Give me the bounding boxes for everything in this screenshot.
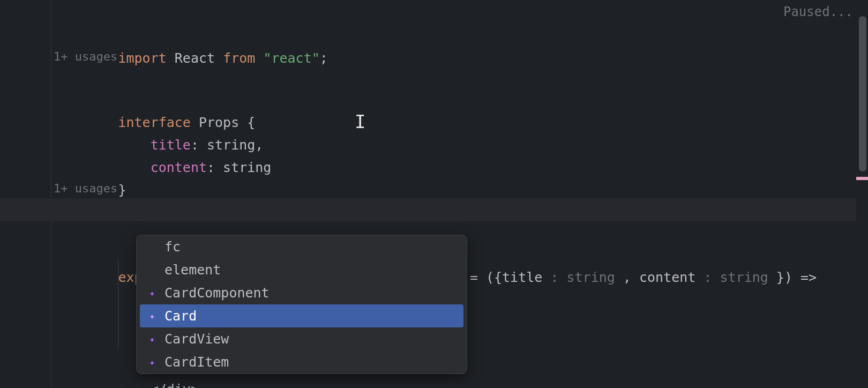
autocomplete-item[interactable]: element (137, 258, 467, 281)
code-line[interactable]: interface Props { (54, 66, 868, 89)
arrow-fn-tail: }) => (768, 270, 817, 285)
usages-hint[interactable]: 1+ usages (54, 179, 868, 198)
autocomplete-popup[interactable]: fc element ✦ CardComponent ✦ Card ✦ Card… (136, 235, 467, 374)
prop-title: title (118, 137, 190, 153)
current-line-highlight (0, 198, 856, 221)
text-cursor-icon: I (355, 113, 365, 131)
jsx-div-close: </div> (118, 382, 199, 388)
semicolon: ; (320, 50, 328, 66)
comma-content: , content (615, 270, 704, 285)
type-string: : string (207, 160, 271, 175)
type-string: : string, (191, 137, 263, 153)
code-line-blank[interactable] (54, 25, 868, 47)
scrollbar-thumb[interactable] (859, 16, 866, 171)
autocomplete-item-selected[interactable]: ✦ Card (140, 304, 463, 327)
code-editor[interactable]: Paused... import React from "react"; 1+ … (0, 0, 868, 388)
autocomplete-label: CardView (164, 331, 229, 347)
code-line-current[interactable]: export const Component⁄⁄≡: React.FC<Prop… (54, 198, 868, 221)
keyword-interface: interface (118, 115, 190, 130)
sparkle-icon: ✦ (146, 310, 158, 322)
type-hint: : string (704, 270, 768, 285)
editor-gutter (0, 0, 51, 388)
prop-content: content (118, 160, 207, 175)
code-line[interactable]: import React from "react"; (54, 2, 868, 25)
autocomplete-item[interactable]: ✦ CardView (137, 327, 467, 350)
autocomplete-label: CardComponent (164, 285, 270, 301)
sparkle-icon: ✦ (146, 356, 158, 368)
code-line[interactable]: title: string, (54, 89, 868, 111)
autocomplete-item[interactable]: ✦ CardItem (137, 350, 467, 374)
autocomplete-label: CardItem (164, 354, 229, 370)
autocomplete-item[interactable]: fc (137, 235, 467, 258)
sparkle-icon: ✦ (146, 287, 158, 299)
identifier-props: Props (199, 115, 239, 130)
autocomplete-item[interactable]: ✦ CardComponent (137, 281, 467, 304)
string-react: "react" (263, 50, 319, 66)
keyword-from: from (223, 50, 255, 66)
brace-close: } (118, 182, 126, 198)
autocomplete-label: Card (164, 308, 197, 324)
brace-open: { (239, 115, 255, 130)
type-hint: : string (550, 270, 615, 285)
identifier-react: React (175, 50, 215, 66)
autocomplete-label: element (164, 262, 221, 278)
vertical-scrollbar[interactable] (856, 0, 868, 388)
keyword-import: import (118, 50, 166, 66)
scrollbar-marker (856, 177, 868, 180)
autocomplete-label: fc (164, 239, 181, 255)
sparkle-icon: ✦ (146, 333, 158, 345)
